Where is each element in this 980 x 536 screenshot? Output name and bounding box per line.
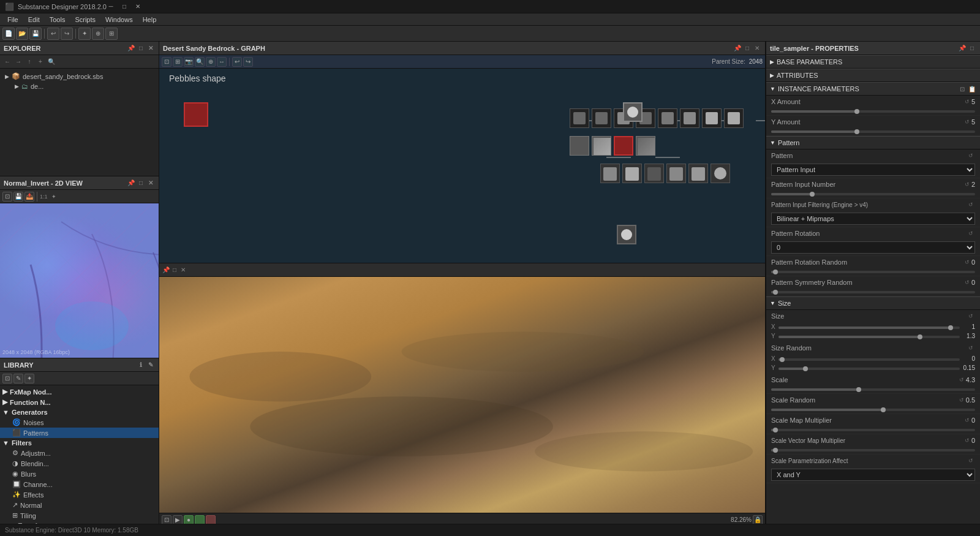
section-size[interactable]: ▼ Size — [766, 296, 980, 310]
explorer-close[interactable]: ✕ — [146, 44, 155, 53]
pattern-rot-rand-thumb[interactable] — [773, 270, 778, 274]
view2d-pin[interactable]: 📌 — [127, 179, 135, 187]
explorer-up[interactable]: ↑ — [24, 57, 34, 67]
node-r1-7[interactable] — [702, 108, 722, 128]
menu-file[interactable]: File — [2, 15, 23, 25]
maximize-button[interactable]: □ — [120, 2, 129, 11]
tool-1[interactable]: ✦ — [78, 28, 91, 40]
graph-expand[interactable]: □ — [743, 44, 752, 53]
explorer-pin[interactable]: 📌 — [127, 44, 135, 53]
scale-reset[interactable]: ↺ — [957, 376, 966, 384]
lib-item-blurs[interactable]: ◉ Blurs — [0, 469, 159, 479]
props-controls[interactable]: 📌 □ — [958, 44, 976, 53]
new-button[interactable]: 📄 — [2, 28, 15, 40]
tool-3[interactable]: ⊞ — [105, 28, 118, 40]
scale-vec-map-thumb[interactable] — [773, 448, 778, 453]
pattern-sym-rand-reset[interactable]: ↺ — [963, 278, 971, 287]
graph-controls[interactable]: 📌 □ ✕ — [733, 44, 761, 53]
section-base-params[interactable]: ▶ BASE PARAMETERS — [766, 55, 980, 69]
scale-random-slider[interactable] — [766, 406, 980, 414]
node-r2-2[interactable] — [592, 136, 611, 156]
lib-item-adjust[interactable]: ⚙ Adjustm... — [0, 448, 159, 458]
node-r3-4[interactable] — [666, 164, 686, 183]
scale-map-mult-thumb[interactable] — [773, 428, 778, 432]
view2d-expand[interactable]: □ — [137, 179, 145, 187]
pattern-input-num-reset[interactable]: ↺ — [963, 180, 971, 189]
gt-5[interactable]: ⊕ — [206, 57, 216, 67]
view2d-close[interactable]: ✕ — [146, 179, 155, 187]
explorer-expand[interactable]: □ — [137, 44, 145, 53]
lib-btn-3[interactable]: ✦ — [24, 374, 34, 383]
node-r2-1[interactable] — [570, 136, 589, 156]
menu-help[interactable]: Help — [138, 15, 162, 25]
explorer-forward[interactable]: → — [13, 57, 23, 67]
lib-item-effects[interactable]: ✨ Effects — [0, 489, 159, 500]
inst-paste-btn[interactable]: 📋 — [968, 85, 976, 93]
lib-btn-1[interactable]: ⊡ — [2, 374, 12, 383]
gt-3[interactable]: 📷 — [184, 57, 194, 67]
gt-7[interactable]: ↩ — [232, 57, 242, 67]
pattern-rotation-dropdown[interactable]: 0 — [771, 241, 975, 254]
gt-2[interactable]: ⊞ — [173, 57, 183, 67]
pattern-input-num-thumb[interactable] — [810, 192, 815, 197]
explorer-search[interactable]: 🔍 — [47, 57, 56, 67]
menu-windows[interactable]: Windows — [100, 15, 138, 25]
scale-param-reset[interactable]: ↺ — [967, 456, 975, 465]
node-start[interactable] — [184, 102, 208, 127]
close-button[interactable]: ✕ — [134, 2, 142, 11]
lib-item-tiling[interactable]: ⊞ Tiling — [0, 510, 159, 521]
lib-item-noises[interactable]: 🌀 Noises — [0, 417, 159, 428]
gt-1[interactable]: ⊡ — [162, 57, 172, 67]
size-rand-y-thumb[interactable] — [803, 366, 808, 371]
tree-root[interactable]: ▶ 📦 desert_sandy_bedrock.sbs — [2, 71, 156, 81]
scale-vec-map-slider[interactable] — [766, 447, 980, 455]
y-amount-reset[interactable]: ↺ — [963, 118, 971, 126]
pattern-rot-rand-reset[interactable]: ↺ — [963, 258, 971, 266]
scale-random-thumb[interactable] — [881, 407, 886, 412]
pattern-dropdown-row[interactable]: Pattern Input — [766, 162, 980, 178]
node-r2-red[interactable] — [614, 136, 633, 156]
node-r3-5[interactable] — [688, 164, 708, 183]
lib-btn-2[interactable]: ✎ — [13, 374, 23, 383]
view2d-tool-1[interactable]: ⊡ — [2, 192, 12, 202]
node-r1-6[interactable] — [680, 108, 699, 128]
gt-4[interactable]: 🔍 — [195, 57, 205, 67]
undo-button[interactable]: ↩ — [47, 28, 59, 40]
size-reset[interactable]: ↺ — [967, 312, 975, 320]
lib-item-generators[interactable]: ▼ Generators — [0, 407, 159, 417]
pattern-sym-rand-slider[interactable] — [766, 289, 980, 296]
props-expand[interactable]: □ — [968, 44, 976, 53]
tree-item-de[interactable]: ▶ 🗂 de... — [2, 81, 156, 91]
scale-param-dropdown[interactable]: X and Y — [771, 469, 975, 481]
gt-8[interactable]: ↪ — [243, 57, 253, 67]
titlebar-controls[interactable]: ─ □ ✕ — [107, 2, 142, 11]
pattern-rot-rand-slider[interactable] — [766, 268, 980, 276]
scale-map-mult-reset[interactable]: ↺ — [963, 416, 971, 425]
pattern-dropdown[interactable]: Pattern Input — [771, 164, 975, 176]
pattern-sym-rand-thumb[interactable] — [773, 290, 778, 295]
pattern-rotation-dropdown-row[interactable]: 0 — [766, 240, 980, 256]
graph-close[interactable]: ✕ — [753, 44, 761, 53]
minimize-button[interactable]: ─ — [107, 2, 115, 11]
node-r2-3[interactable] — [636, 136, 655, 156]
lib-item-fxmap[interactable]: ▶ FxMap Nod... — [0, 387, 159, 397]
menu-edit[interactable]: Edit — [23, 15, 45, 25]
scale-random-reset[interactable]: ↺ — [957, 396, 966, 404]
node-output[interactable] — [617, 225, 636, 244]
view2d-tool-3[interactable]: 📤 — [24, 192, 34, 202]
x-amount-reset[interactable]: ↺ — [963, 97, 971, 106]
pattern-filtering-dropdown[interactable]: Bilinear + Mipmaps — [771, 213, 975, 225]
node-r1-5[interactable] — [658, 108, 677, 128]
node-r3-6[interactable] — [710, 164, 730, 183]
lib-item-channels[interactable]: 🔲 Channe... — [0, 479, 159, 489]
view2d-tool-2[interactable]: 💾 — [13, 192, 23, 202]
size-random-reset[interactable]: ↺ — [967, 344, 975, 352]
redo-button[interactable]: ↪ — [61, 28, 73, 40]
node-r3-2[interactable] — [622, 164, 642, 183]
pattern-filtering-reset[interactable]: ↺ — [967, 200, 975, 209]
size-y-thumb[interactable] — [918, 334, 922, 339]
scale-thumb[interactable] — [856, 387, 861, 392]
node-top-right[interactable] — [623, 102, 643, 122]
scale-vec-map-reset[interactable]: ↺ — [963, 436, 971, 445]
y-amount-thumb[interactable] — [854, 129, 859, 134]
